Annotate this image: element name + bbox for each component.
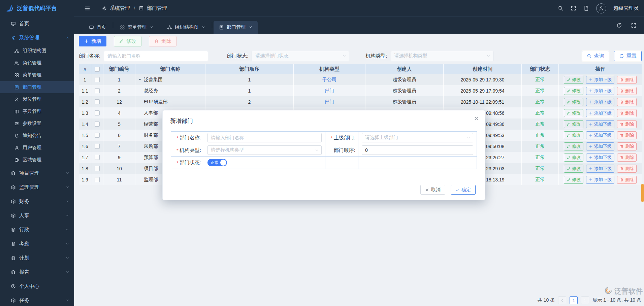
row-add-child-button[interactable]: 添加下级 [586,76,614,84]
row-add-child-button[interactable]: 添加下级 [586,154,614,162]
sidebar-item-project-mgmt[interactable]: 项目管理 [0,166,74,180]
modal-dept-name-input[interactable] [207,133,322,142]
sidebar-item-task[interactable]: 任务 [0,293,74,306]
row-delete-button[interactable]: 删除 [617,98,637,106]
sidebar-item-supervision-mgmt[interactable]: 监理管理 [0,180,74,194]
row-delete-button[interactable]: 删除 [617,109,637,117]
sidebar-item-personal-center[interactable]: 个人中心 [0,279,74,293]
sidebar-item-notice[interactable]: 通知公告 [0,130,74,142]
sidebar-item-menu-mgmt[interactable]: 菜单管理 [0,69,74,81]
prev-page-button[interactable] [558,296,566,304]
row-edit-button[interactable]: 修改 [564,154,583,162]
table-row[interactable]: 1.12总经办1部门超级管理员2025-05-29 17:09:54正常修改添加… [79,85,642,96]
row-edit-button[interactable]: 修改 [564,87,583,95]
row-add-child-button[interactable]: 添加下级 [586,131,614,139]
org-type-link[interactable]: 部门 [325,99,334,105]
row-delete-button[interactable]: 删除 [617,76,637,84]
tab-menu-mgmt[interactable]: 菜单管理 [115,21,159,34]
row-checkbox[interactable] [95,144,100,149]
sidebar-item-dict-mgmt[interactable]: 字典管理 [0,105,74,117]
row-checkbox[interactable] [95,110,100,115]
sidebar-item-system-mgmt[interactable]: 系统管理 [0,31,74,45]
breadcrumb-item-system[interactable]: 系统管理 [110,5,130,11]
tab-dept-mgmt[interactable]: 部门管理 [214,21,258,34]
scrollbar-thumb[interactable] [641,184,644,202]
org-type-link[interactable]: 部门 [325,88,334,94]
app-logo[interactable]: 泛普低代码平台 [0,0,74,16]
sidebar-item-plan[interactable]: 计划 [0,251,74,265]
table-row[interactable]: 1.212ERP研发部2部门超级管理员2025-10-11 22:09:51正常… [79,96,642,107]
org-type-link[interactable]: 子公司 [322,77,336,83]
next-page-button[interactable] [581,296,589,304]
row-edit-button[interactable]: 修改 [564,142,583,150]
parent-dept-select[interactable]: 请选择上级部门 [362,133,473,142]
dept-status-select[interactable]: 请选择部门状态 [252,51,349,61]
dept-order-input[interactable] [362,145,473,155]
row-checkbox[interactable] [95,122,100,127]
row-add-child-button[interactable]: 添加下级 [586,120,614,128]
sidebar-item-org-chart[interactable]: 组织结构图 [0,45,74,57]
close-tab-icon[interactable] [202,26,205,29]
sidebar-item-attendance[interactable]: 考勤 [0,237,74,251]
row-delete-button[interactable]: 删除 [617,131,637,139]
page-number-button[interactable]: 1 [570,296,578,304]
sidebar-item-finance[interactable]: 财务 [0,194,74,208]
row-delete-button[interactable]: 删除 [617,165,637,173]
row-add-child-button[interactable]: 添加下级 [586,109,614,117]
row-add-child-button[interactable]: 添加下级 [586,98,614,106]
row-add-child-button[interactable]: 添加下级 [586,176,614,184]
row-add-child-button[interactable]: 添加下级 [586,87,614,95]
sidebar-item-param-settings[interactable]: 参数设置 [0,117,74,130]
refresh-icon[interactable] [616,23,622,28]
collapse-sidebar-icon[interactable] [84,5,90,11]
status-toggle[interactable]: 正常 [207,159,227,166]
sidebar-item-dept-mgmt[interactable]: 部门管理 [0,81,74,93]
reset-button[interactable]: 重置 [614,51,642,61]
row-add-child-button[interactable]: 添加下级 [586,142,614,150]
sidebar-item-home[interactable]: 首页 [0,16,74,31]
row-add-child-button[interactable]: 添加下级 [586,165,614,173]
row-edit-button[interactable]: 修改 [564,131,583,139]
select-all-checkbox[interactable] [95,67,100,72]
row-edit-button[interactable]: 修改 [564,109,583,117]
fullscreen-content-icon[interactable] [631,23,637,28]
search-button[interactable]: 查询 [582,51,609,61]
dept-name-input[interactable] [104,51,208,61]
sidebar-item-post-mgmt[interactable]: 岗位管理 [0,93,74,105]
org-type-select[interactable]: 请选择机构类型 [391,51,493,61]
edit-button[interactable]: 修改 [114,36,141,46]
row-delete-button[interactable]: 删除 [617,142,637,150]
close-tab-icon[interactable] [249,26,252,29]
row-edit-button[interactable]: 修改 [564,176,583,184]
sidebar-item-region-mgmt[interactable]: 区域管理 [0,154,74,166]
row-delete-button[interactable]: 删除 [617,87,637,95]
table-row[interactable]: 11泛普集团1子公司超级管理员2025-05-29 17:09:30正常修改添加… [79,74,642,85]
document-icon[interactable] [583,5,589,11]
username[interactable]: 超级管理员 [613,5,639,11]
row-delete-button[interactable]: 删除 [617,154,637,162]
sidebar-item-administration[interactable]: 行政 [0,223,74,237]
tab-home[interactable]: 首页 [84,21,111,34]
row-checkbox[interactable] [95,177,100,182]
modal-org-type-select[interactable]: 请选择机构类型 [207,145,322,155]
row-checkbox[interactable] [95,77,100,82]
row-checkbox[interactable] [95,88,100,93]
row-edit-button[interactable]: 修改 [564,120,583,128]
row-checkbox[interactable] [95,99,100,104]
search-icon[interactable] [558,5,564,11]
close-tab-icon[interactable] [150,26,153,29]
breadcrumb-item-dept[interactable]: 部门管理 [147,5,167,11]
row-edit-button[interactable]: 修改 [564,76,583,84]
tab-org-chart[interactable]: 组织结构图 [162,21,211,34]
avatar[interactable] [596,3,606,13]
row-checkbox[interactable] [95,166,100,171]
row-delete-button[interactable]: 删除 [617,176,637,184]
cancel-button[interactable]: 取消 [420,185,445,195]
confirm-button[interactable]: 确定 [451,185,476,195]
fullscreen-icon[interactable] [571,5,576,11]
sidebar-item-hr[interactable]: 人事 [0,208,74,223]
sidebar-item-report[interactable]: 报告 [0,265,74,279]
close-icon[interactable] [474,116,479,121]
sidebar-item-role-mgmt[interactable]: 角色管理 [0,57,74,69]
row-checkbox[interactable] [95,133,100,138]
